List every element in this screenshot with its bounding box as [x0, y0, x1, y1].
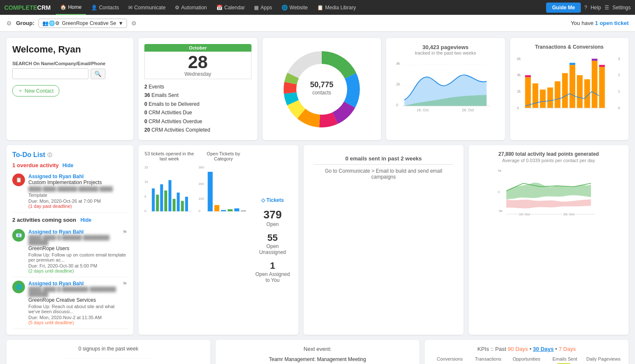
gear-settings-icon[interactable]: ⚙	[131, 20, 137, 27]
emails-widget-message: Go to Communicate > Email to build and s…	[314, 168, 453, 180]
tickets-category-chart: Open Tickets by Category 300 200 100 0	[199, 151, 248, 329]
activity-due-1: Due: Fri, 2020-Oct-30 at 5:00 PM	[28, 263, 127, 268]
activity-item-overdue: 📋 Assigned to Ryan Bahl Custom Implement…	[12, 170, 127, 212]
settings-gear-icon: ⚙	[6, 20, 12, 27]
search-input[interactable]	[12, 68, 88, 79]
settings-label[interactable]: Settings	[613, 5, 631, 11]
svg-rect-48	[156, 195, 159, 211]
calendar-header: October 28 Wednesday	[144, 44, 251, 79]
flag-icon-0[interactable]: ⚑	[122, 229, 127, 235]
donut-label-text: contacts	[312, 90, 331, 96]
lead-points-subtitle: Average of 0.0339 points per contact per…	[475, 158, 623, 163]
kpi-gauge-conversions: Conversions $2520	[433, 356, 467, 364]
hide-overdue-link[interactable]: Hide	[62, 163, 73, 168]
activity-detail-1: Follow Up: Follow up on custom email tem…	[28, 252, 127, 262]
svg-text:19. Oct: 19. Oct	[519, 212, 530, 216]
svg-rect-37	[525, 75, 531, 77]
nav-apps[interactable]: ▦ Apps	[250, 0, 276, 15]
group-selector[interactable]: 👥🌐⚙ GreenRope Creative Se ▼	[39, 19, 127, 28]
open-ticket-link[interactable]: 1 open ticket	[595, 20, 629, 26]
calendar-card: October 28 Wednesday 2 Events 36 Emails …	[138, 38, 257, 140]
activity-content-0: Assigned to Ryan Bahl Custom Implementat…	[28, 174, 127, 209]
tickets-assigned-label: Open Assigned to You	[253, 271, 293, 283]
next-event-label: Next event:	[221, 346, 414, 352]
kpi-label-opportunities: Opportunities	[510, 356, 544, 361]
activity-icon-green-1: 🌐	[12, 281, 25, 293]
row-2: To-Do List ⓘ 1 overdue activity Hide 📋 A…	[6, 145, 629, 335]
search-label: SEARCH On Name/Company/Email/Phone	[12, 61, 127, 66]
nav-home[interactable]: 🏠 Home	[56, 0, 86, 15]
tickets-bar-svg: 15 10 5 0	[144, 163, 194, 222]
help-label[interactable]: Help	[591, 5, 601, 11]
activity-assigned-0[interactable]: Assigned to Ryan Bahl	[28, 174, 127, 179]
activity-item-2: 🌐 Assigned to Ryan Bahl ████ ████ █ ████…	[12, 277, 127, 329]
svg-text:1: 1	[618, 89, 620, 94]
svg-rect-49	[160, 185, 163, 212]
guide-me-button[interactable]: Guide Me	[546, 3, 581, 13]
calendar-events: 2 Events 36 Emails Sent 0 Emails to be D…	[144, 83, 251, 134]
transactions-title: Transactions & Conversions	[516, 44, 623, 50]
svg-rect-55	[185, 197, 188, 211]
svg-text:4k: 4k	[396, 61, 400, 66]
svg-rect-52	[173, 199, 176, 211]
kpi-gauge-opportunities: Opportunities $21	[510, 356, 544, 364]
activity-info-1: Assigned to Ryan Bahl ████ ████ █ ██████…	[28, 229, 122, 245]
tickets-link[interactable]: ◇ Tickets	[253, 197, 293, 203]
nav-automation[interactable]: ⚙ Automation	[171, 0, 211, 15]
help-icon: ?	[584, 5, 587, 11]
cal-event-5: 20 CRM Activities Completed	[144, 126, 251, 134]
svg-rect-36	[599, 67, 605, 108]
kpi-gauge-pageviews: Daily Pageviews 2048	[586, 356, 621, 364]
svg-rect-65	[234, 209, 239, 212]
transactions-svg: 6k 4k 2k 0 3 2 1 0	[516, 52, 623, 115]
pageviews-svg: 4k 2k 0 19. Oct 26. Oct	[392, 58, 499, 113]
svg-text:2k: 2k	[396, 82, 400, 86]
tickets-category-title: Open Tickets by Category	[199, 151, 248, 161]
contacts-donut-card: 50,775 contacts	[262, 38, 381, 140]
search-row: 🔍	[12, 68, 127, 79]
welcome-card: Welcome, Ryan SEARCH On Name/Company/Ema…	[6, 38, 133, 140]
contacts-donut: 50,775 contacts	[279, 47, 364, 132]
svg-rect-30	[555, 81, 560, 108]
new-contact-button[interactable]: ＋ New Contact	[12, 85, 59, 97]
welcome-title: Welcome, Ryan	[12, 44, 127, 55]
kpi-90-days[interactable]: 90 Days	[508, 346, 528, 352]
activity-assigned-2[interactable]: Assigned to Ryan Bahl	[28, 281, 122, 287]
activity-header-1: Assigned to Ryan Bahl ████ ████ █ ██████…	[28, 229, 127, 245]
donut-total-text: 50,775	[310, 80, 333, 89]
svg-text:0: 0	[498, 190, 500, 194]
overdue-label: 1 overdue activity Hide	[12, 162, 127, 168]
search-button[interactable]: 🔍	[91, 69, 105, 79]
svg-rect-35	[591, 61, 597, 108]
nav-contacts[interactable]: 👤 Contacts	[87, 0, 123, 15]
activity-assigned-1[interactable]: Assigned to Ryan Bahl	[28, 229, 122, 235]
nav-communicate[interactable]: ✉ Communicate	[124, 0, 170, 15]
nav-calendar[interactable]: 📅 Calendar	[212, 0, 249, 15]
kpi-30-days[interactable]: 30 Days	[533, 346, 554, 352]
tickets-link-area: ◇ Tickets	[253, 197, 293, 203]
activity-blurred-1: ████ ████ █ ██████ ████████ ██████	[28, 235, 122, 245]
hide-coming-soon-link[interactable]: Hide	[80, 217, 91, 223]
svg-text:6k: 6k	[516, 57, 521, 61]
next-event-card: Next event: Teamr Management: Management…	[215, 340, 420, 364]
svg-rect-54	[181, 201, 184, 212]
nav-website[interactable]: 🌐 Website	[277, 0, 312, 15]
flag-icon-1[interactable]: ⚑	[122, 281, 127, 287]
svg-text:5k: 5k	[498, 169, 502, 173]
info-icon[interactable]: ⓘ	[47, 152, 52, 158]
diamond-icon: ◇	[261, 197, 265, 203]
kpi-7-days[interactable]: 7 Days	[559, 346, 576, 352]
svg-rect-27	[532, 83, 538, 108]
svg-rect-51	[168, 180, 171, 212]
kpi-gauge-transactions: Transactions $0	[471, 356, 505, 364]
svg-text:2: 2	[618, 73, 620, 77]
svg-text:0: 0	[144, 210, 146, 213]
kpi-label-transactions: Transactions	[471, 356, 505, 361]
svg-text:200: 200	[199, 182, 204, 186]
activity-icon-green-0: 📧	[12, 229, 25, 242]
calendar-day-name: Wednesday	[153, 71, 243, 77]
chevron-down-icon: ▼	[118, 20, 123, 26]
svg-text:15: 15	[144, 165, 148, 169]
next-event-details: Teamr Management: Management Meeting (ma…	[221, 356, 414, 364]
nav-media-library[interactable]: 📋 Media Library	[313, 0, 360, 15]
